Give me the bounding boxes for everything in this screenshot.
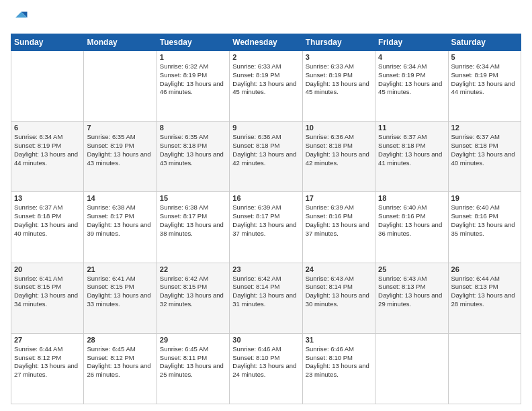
- day-number: 29: [160, 336, 226, 344]
- day-info: Sunrise: 6:40 AM Sunset: 8:16 PM Dayligh…: [451, 203, 518, 238]
- day-number: 26: [451, 265, 518, 273]
- weekday-header: Sunday: [11, 34, 84, 51]
- day-number: 10: [306, 124, 372, 132]
- calendar-cell: 15Sunrise: 6:38 AM Sunset: 8:17 PM Dayli…: [157, 192, 229, 263]
- day-info: Sunrise: 6:45 AM Sunset: 8:11 PM Dayligh…: [160, 345, 226, 379]
- day-info: Sunrise: 6:42 AM Sunset: 8:15 PM Dayligh…: [160, 275, 226, 309]
- day-number: 21: [87, 265, 153, 273]
- day-info: Sunrise: 6:39 AM Sunset: 8:16 PM Dayligh…: [306, 203, 372, 238]
- calendar-cell: 11Sunrise: 6:37 AM Sunset: 8:18 PM Dayli…: [375, 122, 448, 192]
- day-number: 30: [232, 336, 299, 344]
- day-info: Sunrise: 6:32 AM Sunset: 8:19 PM Dayligh…: [160, 62, 226, 97]
- day-info: Sunrise: 6:39 AM Sunset: 8:17 PM Dayligh…: [232, 203, 299, 238]
- day-number: 23: [232, 265, 299, 273]
- day-number: 4: [378, 53, 445, 61]
- calendar-week-row: 1Sunrise: 6:32 AM Sunset: 8:19 PM Daylig…: [11, 51, 521, 122]
- calendar-cell: 24Sunrise: 6:43 AM Sunset: 8:14 PM Dayli…: [302, 263, 375, 333]
- calendar-cell: 22Sunrise: 6:42 AM Sunset: 8:15 PM Dayli…: [157, 263, 229, 333]
- day-info: Sunrise: 6:36 AM Sunset: 8:18 PM Dayligh…: [232, 133, 299, 167]
- day-info: Sunrise: 6:41 AM Sunset: 8:15 PM Dayligh…: [14, 275, 81, 309]
- calendar-cell: 16Sunrise: 6:39 AM Sunset: 8:17 PM Dayli…: [230, 192, 302, 263]
- calendar-cell: 28Sunrise: 6:45 AM Sunset: 8:12 PM Dayli…: [84, 333, 157, 404]
- calendar-cell: 19Sunrise: 6:40 AM Sunset: 8:16 PM Dayli…: [448, 192, 521, 263]
- day-number: 15: [160, 194, 226, 202]
- calendar-cell: 21Sunrise: 6:41 AM Sunset: 8:15 PM Dayli…: [84, 263, 157, 333]
- calendar-table: SundayMondayTuesdayWednesdayThursdayFrid…: [11, 34, 521, 404]
- day-number: 1: [160, 53, 226, 61]
- calendar-cell: 17Sunrise: 6:39 AM Sunset: 8:16 PM Dayli…: [302, 192, 375, 263]
- calendar-cell: 2Sunrise: 6:33 AM Sunset: 8:19 PM Daylig…: [230, 51, 302, 122]
- calendar-cell: 4Sunrise: 6:34 AM Sunset: 8:19 PM Daylig…: [375, 51, 448, 122]
- calendar-week-row: 27Sunrise: 6:44 AM Sunset: 8:12 PM Dayli…: [11, 333, 521, 404]
- weekday-header: Monday: [84, 34, 157, 51]
- calendar-cell: [84, 51, 157, 122]
- calendar-cell: 29Sunrise: 6:45 AM Sunset: 8:11 PM Dayli…: [157, 333, 229, 404]
- day-info: Sunrise: 6:38 AM Sunset: 8:17 PM Dayligh…: [160, 203, 226, 238]
- day-info: Sunrise: 6:44 AM Sunset: 8:13 PM Dayligh…: [451, 275, 518, 309]
- day-info: Sunrise: 6:34 AM Sunset: 8:19 PM Dayligh…: [14, 133, 81, 167]
- calendar-cell: 13Sunrise: 6:37 AM Sunset: 8:18 PM Dayli…: [11, 192, 84, 263]
- calendar-cell: 10Sunrise: 6:36 AM Sunset: 8:18 PM Dayli…: [302, 122, 375, 192]
- day-number: 25: [378, 265, 445, 273]
- day-number: 6: [14, 124, 81, 132]
- day-number: 2: [232, 53, 299, 61]
- day-number: 28: [87, 336, 153, 344]
- calendar-cell: 8Sunrise: 6:35 AM Sunset: 8:18 PM Daylig…: [157, 122, 229, 192]
- calendar-cell: 7Sunrise: 6:35 AM Sunset: 8:19 PM Daylig…: [84, 122, 157, 192]
- day-number: 5: [451, 53, 518, 61]
- day-info: Sunrise: 6:45 AM Sunset: 8:12 PM Dayligh…: [87, 345, 153, 379]
- day-number: 22: [160, 265, 226, 273]
- day-number: 7: [87, 124, 153, 132]
- calendar-cell: 27Sunrise: 6:44 AM Sunset: 8:12 PM Dayli…: [11, 333, 84, 404]
- day-info: Sunrise: 6:34 AM Sunset: 8:19 PM Dayligh…: [451, 62, 518, 97]
- calendar-cell: 12Sunrise: 6:37 AM Sunset: 8:18 PM Dayli…: [448, 122, 521, 192]
- day-info: Sunrise: 6:43 AM Sunset: 8:13 PM Dayligh…: [378, 275, 445, 309]
- day-info: Sunrise: 6:41 AM Sunset: 8:15 PM Dayligh…: [87, 275, 153, 309]
- day-number: 16: [232, 194, 299, 202]
- day-info: Sunrise: 6:37 AM Sunset: 8:18 PM Dayligh…: [378, 133, 445, 167]
- calendar-cell: 30Sunrise: 6:46 AM Sunset: 8:10 PM Dayli…: [230, 333, 302, 404]
- header-row: SundayMondayTuesdayWednesdayThursdayFrid…: [11, 34, 521, 51]
- page: SundayMondayTuesdayWednesdayThursdayFrid…: [0, 0, 532, 411]
- logo-icon: [11, 9, 30, 28]
- calendar-cell: 18Sunrise: 6:40 AM Sunset: 8:16 PM Dayli…: [375, 192, 448, 263]
- calendar-cell: [375, 333, 448, 404]
- calendar-cell: 3Sunrise: 6:33 AM Sunset: 8:19 PM Daylig…: [302, 51, 375, 122]
- day-number: 14: [87, 194, 153, 202]
- calendar-cell: 6Sunrise: 6:34 AM Sunset: 8:19 PM Daylig…: [11, 122, 84, 192]
- day-info: Sunrise: 6:43 AM Sunset: 8:14 PM Dayligh…: [306, 275, 372, 309]
- day-number: 19: [451, 194, 518, 202]
- day-number: 18: [378, 194, 445, 202]
- day-info: Sunrise: 6:37 AM Sunset: 8:18 PM Dayligh…: [14, 203, 81, 238]
- weekday-header: Wednesday: [230, 34, 302, 51]
- calendar-cell: 9Sunrise: 6:36 AM Sunset: 8:18 PM Daylig…: [230, 122, 302, 192]
- day-info: Sunrise: 6:37 AM Sunset: 8:18 PM Dayligh…: [451, 133, 518, 167]
- calendar-week-row: 13Sunrise: 6:37 AM Sunset: 8:18 PM Dayli…: [11, 192, 521, 263]
- calendar-week-row: 6Sunrise: 6:34 AM Sunset: 8:19 PM Daylig…: [11, 122, 521, 192]
- calendar-cell: [11, 51, 84, 122]
- day-number: 27: [14, 336, 81, 344]
- day-number: 24: [306, 265, 372, 273]
- day-info: Sunrise: 6:33 AM Sunset: 8:19 PM Dayligh…: [232, 62, 299, 97]
- day-number: 9: [232, 124, 299, 132]
- day-info: Sunrise: 6:33 AM Sunset: 8:19 PM Dayligh…: [306, 62, 372, 97]
- day-info: Sunrise: 6:42 AM Sunset: 8:14 PM Dayligh…: [232, 275, 299, 309]
- day-number: 11: [378, 124, 445, 132]
- weekday-header: Friday: [375, 34, 448, 51]
- day-info: Sunrise: 6:38 AM Sunset: 8:17 PM Dayligh…: [87, 203, 153, 238]
- calendar-week-row: 20Sunrise: 6:41 AM Sunset: 8:15 PM Dayli…: [11, 263, 521, 333]
- logo: [11, 9, 32, 28]
- calendar-cell: 26Sunrise: 6:44 AM Sunset: 8:13 PM Dayli…: [448, 263, 521, 333]
- day-number: 3: [306, 53, 372, 61]
- day-info: Sunrise: 6:34 AM Sunset: 8:19 PM Dayligh…: [378, 62, 445, 97]
- weekday-header: Tuesday: [157, 34, 229, 51]
- day-number: 17: [306, 194, 372, 202]
- day-number: 20: [14, 265, 81, 273]
- calendar-cell: 23Sunrise: 6:42 AM Sunset: 8:14 PM Dayli…: [230, 263, 302, 333]
- day-info: Sunrise: 6:44 AM Sunset: 8:12 PM Dayligh…: [14, 345, 81, 379]
- calendar-cell: 20Sunrise: 6:41 AM Sunset: 8:15 PM Dayli…: [11, 263, 84, 333]
- day-info: Sunrise: 6:46 AM Sunset: 8:10 PM Dayligh…: [232, 345, 299, 379]
- day-number: 12: [451, 124, 518, 132]
- day-info: Sunrise: 6:40 AM Sunset: 8:16 PM Dayligh…: [378, 203, 445, 238]
- weekday-header: Saturday: [448, 34, 521, 51]
